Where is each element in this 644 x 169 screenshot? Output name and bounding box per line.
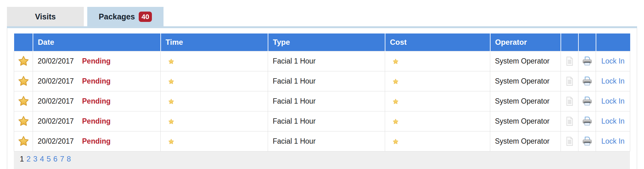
operator-cell: System Operator bbox=[490, 51, 561, 71]
time-star-icon bbox=[168, 139, 174, 145]
time-star-icon bbox=[168, 119, 174, 125]
document-icon bbox=[565, 56, 574, 66]
cost-star-icon bbox=[393, 119, 399, 125]
package-operator: System Operator bbox=[495, 117, 550, 125]
package-status: Pending bbox=[82, 117, 111, 125]
print-cell[interactable] bbox=[578, 111, 596, 131]
cost-cell bbox=[385, 131, 490, 151]
time-star-icon bbox=[168, 99, 174, 105]
favorite-star-icon bbox=[18, 55, 29, 67]
operator-cell: System Operator bbox=[490, 111, 561, 131]
tab-visits[interactable]: Visits bbox=[7, 7, 84, 26]
lock-in-link[interactable]: Lock In bbox=[601, 57, 625, 65]
pagination-page-link[interactable]: 8 bbox=[67, 155, 71, 163]
lock-cell: Lock In bbox=[596, 111, 630, 131]
pagination-page-link[interactable]: 3 bbox=[33, 155, 37, 163]
cost-cell bbox=[385, 71, 490, 91]
tab-visits-label: Visits bbox=[35, 12, 56, 21]
print-cell[interactable] bbox=[578, 71, 596, 91]
favorite-cell[interactable] bbox=[14, 131, 33, 151]
package-type: Facial 1 Hour bbox=[273, 77, 316, 85]
print-cell[interactable] bbox=[578, 51, 596, 71]
type-cell: Facial 1 Hour bbox=[268, 91, 385, 111]
document-cell[interactable] bbox=[561, 91, 578, 111]
date-cell: 20/02/2017 Pending bbox=[33, 111, 161, 131]
tab-content-panel: Date Time Type Cost Operator 20/02/2017 … bbox=[7, 28, 637, 169]
operator-cell: System Operator bbox=[490, 91, 561, 111]
package-type: Facial 1 Hour bbox=[273, 97, 316, 105]
pagination-page-link[interactable]: 2 bbox=[26, 155, 30, 163]
column-header-time: Time bbox=[161, 33, 268, 51]
column-header-operator: Operator bbox=[490, 33, 561, 51]
document-cell[interactable] bbox=[561, 111, 578, 131]
time-cell bbox=[161, 111, 268, 131]
favorite-star-icon bbox=[18, 136, 29, 147]
package-type: Facial 1 Hour bbox=[273, 57, 316, 65]
package-type: Facial 1 Hour bbox=[273, 117, 316, 125]
favorite-star-icon bbox=[18, 75, 29, 87]
pagination-current-page[interactable]: 1 bbox=[20, 155, 24, 163]
column-header-date: Date bbox=[33, 33, 161, 51]
package-operator: System Operator bbox=[495, 57, 550, 65]
packages-count-badge: 40 bbox=[139, 12, 152, 22]
pagination-page-link[interactable]: 4 bbox=[40, 155, 44, 163]
date-cell: 20/02/2017 Pending bbox=[33, 131, 161, 151]
document-cell[interactable] bbox=[561, 131, 578, 151]
package-date: 20/02/2017 bbox=[38, 117, 74, 125]
time-cell bbox=[161, 131, 268, 151]
type-cell: Facial 1 Hour bbox=[268, 131, 385, 151]
print-icon bbox=[582, 116, 593, 126]
time-star-icon bbox=[168, 79, 174, 84]
favorite-cell[interactable] bbox=[14, 71, 33, 91]
print-icon bbox=[582, 96, 593, 106]
package-status: Pending bbox=[82, 57, 111, 65]
package-row: 20/02/2017 Pending Facial 1 Hour System … bbox=[14, 91, 630, 111]
type-cell: Facial 1 Hour bbox=[268, 71, 385, 91]
package-row: 20/02/2017 Pending Facial 1 Hour System … bbox=[14, 51, 630, 71]
package-status: Pending bbox=[82, 97, 111, 105]
package-row: 20/02/2017 Pending Facial 1 Hour System … bbox=[14, 131, 630, 151]
favorite-cell[interactable] bbox=[14, 91, 33, 111]
type-cell: Facial 1 Hour bbox=[268, 51, 385, 71]
package-operator: System Operator bbox=[495, 77, 550, 85]
favorite-cell[interactable] bbox=[14, 51, 33, 71]
package-row: 20/02/2017 Pending Facial 1 Hour System … bbox=[14, 71, 630, 91]
document-cell[interactable] bbox=[561, 51, 578, 71]
lock-in-link[interactable]: Lock In bbox=[601, 137, 625, 145]
operator-cell: System Operator bbox=[490, 131, 561, 151]
lock-in-link[interactable]: Lock In bbox=[601, 77, 625, 85]
favorite-cell[interactable] bbox=[14, 111, 33, 131]
column-header-favorite bbox=[14, 33, 33, 51]
column-header-cost: Cost bbox=[385, 33, 490, 51]
lock-in-link[interactable]: Lock In bbox=[601, 97, 625, 105]
cost-cell bbox=[385, 51, 490, 71]
pagination-page-link[interactable]: 7 bbox=[60, 155, 64, 163]
print-icon bbox=[582, 56, 593, 66]
operator-cell: System Operator bbox=[490, 71, 561, 91]
package-date: 20/02/2017 bbox=[38, 137, 74, 145]
tab-packages[interactable]: Packages 40 bbox=[87, 7, 164, 26]
package-status: Pending bbox=[82, 77, 111, 85]
tab-bar: Visits Packages 40 bbox=[7, 7, 164, 26]
pagination-page-link[interactable]: 6 bbox=[53, 155, 57, 163]
pagination-page-link[interactable]: 5 bbox=[46, 155, 51, 163]
package-type: Facial 1 Hour bbox=[273, 137, 316, 145]
time-cell bbox=[161, 51, 268, 71]
packages-table-header: Date Time Type Cost Operator bbox=[14, 33, 630, 51]
document-icon bbox=[565, 136, 574, 146]
packages-page: Visits Packages 40 Date Time Type Cost O… bbox=[0, 0, 644, 169]
package-operator: System Operator bbox=[495, 137, 550, 145]
print-cell[interactable] bbox=[578, 131, 596, 151]
print-cell[interactable] bbox=[578, 91, 596, 111]
date-cell: 20/02/2017 Pending bbox=[33, 51, 161, 71]
package-row: 20/02/2017 Pending Facial 1 Hour System … bbox=[14, 111, 630, 131]
document-cell[interactable] bbox=[561, 71, 578, 91]
document-icon bbox=[565, 76, 574, 86]
favorite-star-icon bbox=[18, 115, 29, 127]
lock-cell: Lock In bbox=[596, 131, 630, 151]
cost-star-icon bbox=[393, 99, 399, 105]
document-icon bbox=[565, 96, 574, 106]
document-icon bbox=[565, 116, 574, 126]
cost-star-icon bbox=[393, 79, 399, 84]
lock-in-link[interactable]: Lock In bbox=[601, 117, 625, 125]
